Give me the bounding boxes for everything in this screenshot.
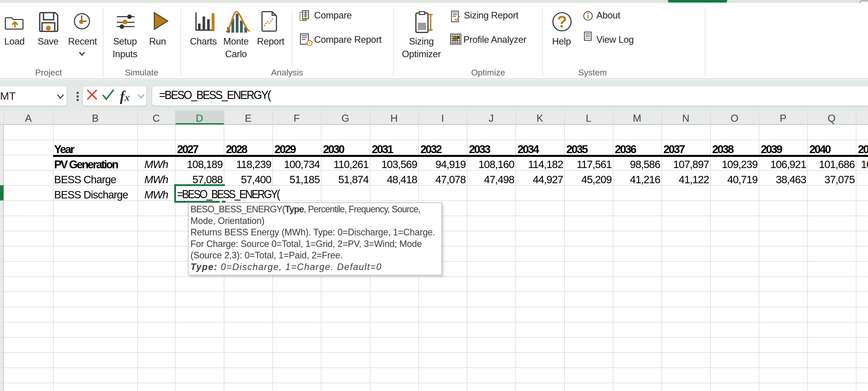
svg-text:?: ? <box>557 13 567 31</box>
